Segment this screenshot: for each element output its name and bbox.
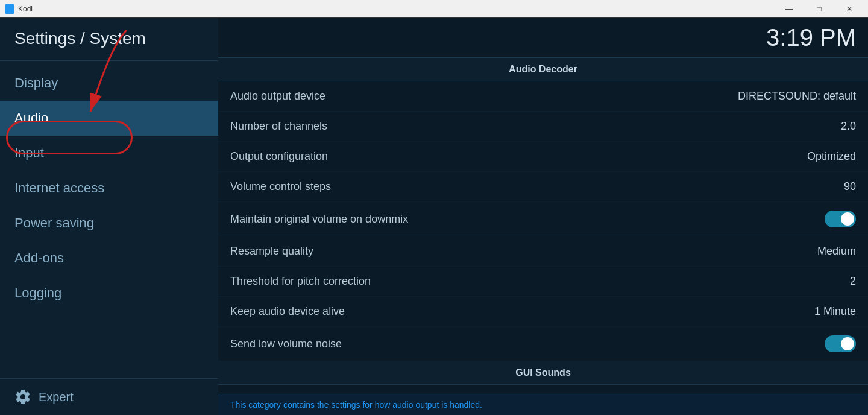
settings-row-number-of-channels[interactable]: Number of channels2.0 bbox=[218, 112, 868, 142]
status-text: This category contains the settings for … bbox=[230, 400, 482, 410]
settings-row-output-configuration[interactable]: Output configurationOptimized bbox=[218, 142, 868, 172]
sidebar-item-audio[interactable]: Audio bbox=[0, 101, 218, 136]
settings-value-threshold-pitch: 2 bbox=[850, 275, 856, 288]
settings-value-audio-output-device: DIRECTSOUND: default bbox=[738, 90, 856, 103]
status-bar: This category contains the settings for … bbox=[218, 394, 868, 415]
settings-row-play-gui-sounds[interactable]: Play GUI soundsOnly when playback stoppe… bbox=[218, 385, 868, 394]
app-name: Kodi bbox=[18, 5, 33, 13]
settings-value-resample-quality: Medium bbox=[817, 245, 856, 258]
sidebar-item-input[interactable]: Input bbox=[0, 136, 218, 171]
window-controls: — □ ✕ bbox=[775, 0, 863, 18]
sidebar-footer[interactable]: Expert bbox=[0, 378, 218, 415]
settings-label-threshold-pitch: Threshold for pitch correction bbox=[230, 275, 371, 288]
toggle-maintain-original-volume[interactable] bbox=[825, 211, 856, 227]
settings-label-output-configuration: Output configuration bbox=[230, 150, 328, 163]
main-container: Settings / System DisplayAudioInputInter… bbox=[0, 18, 868, 415]
minimize-button[interactable]: — bbox=[775, 0, 803, 18]
sidebar-item-power-saving[interactable]: Power saving bbox=[0, 206, 218, 241]
settings-row-volume-control-steps[interactable]: Volume control steps90 bbox=[218, 172, 868, 202]
settings-label-number-of-channels: Number of channels bbox=[230, 120, 327, 133]
settings-value-keep-audio-alive: 1 Minute bbox=[814, 305, 856, 318]
settings-label-resample-quality: Resample quality bbox=[230, 245, 313, 258]
settings-value-number-of-channels: 2.0 bbox=[841, 120, 856, 133]
settings-row-send-low-volume[interactable]: Send low volume noise bbox=[218, 327, 868, 361]
app-icon bbox=[5, 4, 14, 14]
sidebar: Settings / System DisplayAudioInputInter… bbox=[0, 18, 218, 415]
title-bar-left: Kodi bbox=[5, 4, 33, 14]
gear-icon bbox=[14, 388, 31, 405]
clock: 3:19 PM bbox=[766, 24, 856, 51]
toggle-send-low-volume[interactable] bbox=[825, 335, 856, 352]
settings-row-maintain-original-volume[interactable]: Maintain original volume on downmix bbox=[218, 202, 868, 236]
settings-row-resample-quality[interactable]: Resample qualityMedium bbox=[218, 236, 868, 267]
settings-value-output-configuration: Optimized bbox=[807, 150, 856, 163]
sidebar-item-internet-access[interactable]: Internet access bbox=[0, 171, 218, 206]
content-area: 3:19 PM Audio DecoderAudio output device… bbox=[218, 18, 868, 415]
settings-label-audio-output-device: Audio output device bbox=[230, 90, 326, 103]
toggle-knob-send-low-volume bbox=[841, 337, 854, 350]
section-header-audio-decoder: Audio Decoder bbox=[218, 58, 868, 81]
settings-row-audio-output-device[interactable]: Audio output deviceDIRECTSOUND: default bbox=[218, 81, 868, 112]
settings-value-volume-control-steps: 90 bbox=[844, 180, 856, 193]
toggle-knob-maintain-original-volume bbox=[841, 212, 854, 226]
sidebar-item-logging[interactable]: Logging bbox=[0, 276, 218, 311]
settings-row-keep-audio-alive[interactable]: Keep audio device alive1 Minute bbox=[218, 297, 868, 327]
sidebar-header: Settings / System bbox=[0, 18, 218, 61]
maximize-button[interactable]: □ bbox=[805, 0, 833, 18]
settings-label-send-low-volume: Send low volume noise bbox=[230, 338, 342, 350]
settings-row-threshold-pitch[interactable]: Threshold for pitch correction2 bbox=[218, 267, 868, 297]
title-bar: Kodi — □ ✕ bbox=[0, 0, 868, 18]
expert-label: Expert bbox=[39, 390, 74, 404]
close-button[interactable]: ✕ bbox=[835, 0, 863, 18]
settings-label-volume-control-steps: Volume control steps bbox=[230, 180, 331, 193]
sidebar-item-add-ons[interactable]: Add-ons bbox=[0, 241, 218, 276]
top-bar: 3:19 PM bbox=[218, 18, 868, 57]
settings-content: Audio DecoderAudio output deviceDIRECTSO… bbox=[218, 57, 868, 394]
section-header-gui-sounds: GUI Sounds bbox=[218, 361, 868, 385]
sidebar-item-display[interactable]: Display bbox=[0, 66, 218, 101]
settings-label-maintain-original-volume: Maintain original volume on downmix bbox=[230, 213, 408, 226]
sidebar-nav: DisplayAudioInputInternet accessPower sa… bbox=[0, 61, 218, 378]
settings-label-keep-audio-alive: Keep audio device alive bbox=[230, 305, 345, 318]
page-title: Settings / System bbox=[14, 29, 146, 48]
